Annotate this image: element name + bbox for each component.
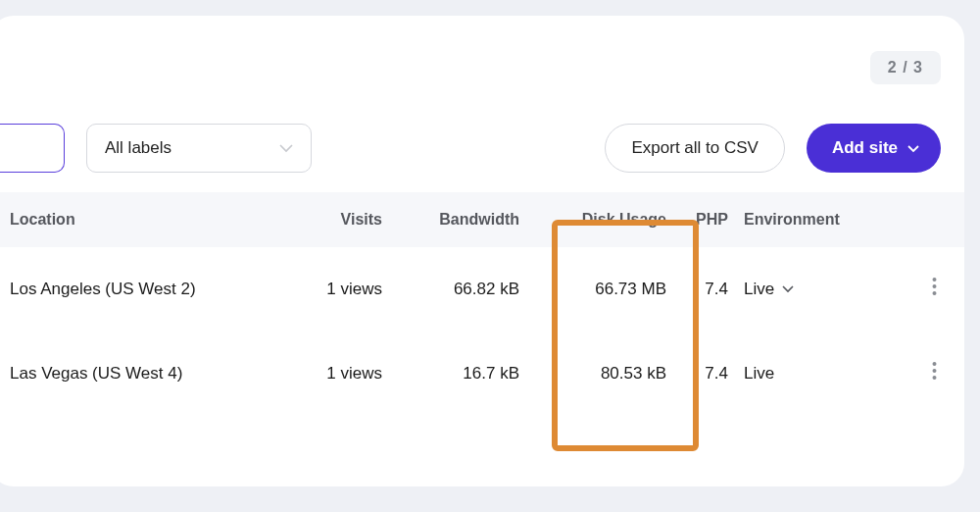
cell-location: Las Vegas (US West 4) xyxy=(0,362,284,385)
cell-bandwidth: 16.7 kB xyxy=(402,364,539,384)
sites-table: Location Visits Bandwidth Disk Usage PHP… xyxy=(0,192,964,416)
cell-visits: 1 views xyxy=(284,364,402,384)
cell-disk-usage: 66.73 MB xyxy=(539,280,686,299)
header-bandwidth[interactable]: Bandwidth xyxy=(402,211,539,229)
row-actions-menu[interactable] xyxy=(932,361,937,381)
table-row: Las Vegas (US West 4) 1 views 16.7 kB 80… xyxy=(0,332,964,416)
chevron-down-icon xyxy=(782,284,794,293)
chevron-down-icon xyxy=(279,143,293,153)
export-csv-button-label: Export all to CSV xyxy=(631,138,758,158)
header-visits[interactable]: Visits xyxy=(284,211,402,229)
cell-environment[interactable]: Live xyxy=(740,280,877,299)
cell-environment: Live xyxy=(740,364,877,384)
cell-location: Los Angeles (US West 2) xyxy=(0,278,284,301)
header-environment[interactable]: Environment xyxy=(740,211,877,229)
action-bar: All labels Export all to CSV Add site xyxy=(0,124,964,192)
cell-disk-usage: 80.53 kB xyxy=(539,364,686,384)
topbar: 2 / 3 xyxy=(0,51,964,124)
pagination-badge: 2 / 3 xyxy=(870,51,941,84)
chevron-down-icon xyxy=(907,144,919,153)
main-panel: 2 / 3 All labels Export all to CSV Add s… xyxy=(0,16,964,486)
labels-dropdown-text: All labels xyxy=(105,138,172,158)
env-label: Live xyxy=(744,280,774,299)
table-header-row: Location Visits Bandwidth Disk Usage PHP… xyxy=(0,192,964,247)
row-actions-menu[interactable] xyxy=(932,277,937,296)
table-row: Los Angeles (US West 2) 1 views 66.82 kB… xyxy=(0,247,964,332)
svg-point-5 xyxy=(933,376,937,380)
export-csv-button[interactable]: Export all to CSV xyxy=(605,124,784,173)
header-php[interactable]: PHP xyxy=(686,211,740,229)
env-label: Live xyxy=(744,364,774,384)
cell-bandwidth: 66.82 kB xyxy=(402,280,539,299)
cell-visits: 1 views xyxy=(284,280,402,299)
svg-point-4 xyxy=(933,369,937,373)
svg-point-0 xyxy=(933,278,937,282)
cell-php: 7.4 xyxy=(686,280,740,299)
add-site-button[interactable]: Add site xyxy=(807,124,941,173)
svg-point-2 xyxy=(933,291,937,295)
header-location[interactable]: Location xyxy=(0,211,284,229)
add-site-button-label: Add site xyxy=(832,138,898,158)
header-disk-usage[interactable]: Disk Usage xyxy=(539,211,686,229)
svg-point-3 xyxy=(933,362,937,366)
labels-dropdown[interactable]: All labels xyxy=(86,124,312,173)
search-input[interactable] xyxy=(0,124,65,173)
cell-php: 7.4 xyxy=(686,364,740,384)
svg-point-1 xyxy=(933,284,937,288)
